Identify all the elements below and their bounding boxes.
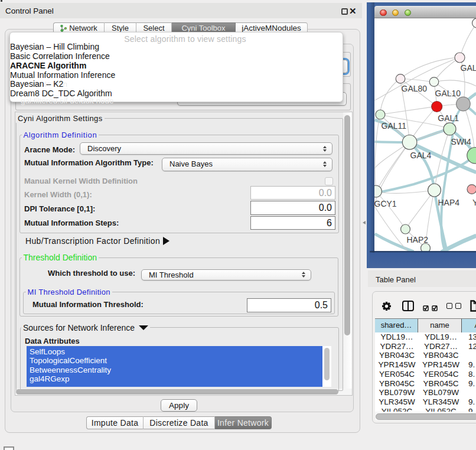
svg-text:GCY1: GCY1 bbox=[374, 199, 397, 208]
svg-text:SWI4: SWI4 bbox=[451, 137, 471, 146]
svg-text:GAL10: GAL10 bbox=[435, 89, 461, 98]
svg-text:GAL4: GAL4 bbox=[410, 151, 431, 160]
svg-text:GAL: GAL bbox=[460, 63, 476, 73]
svg-text:GAL11: GAL11 bbox=[381, 121, 406, 131]
svg-text:HAP4: HAP4 bbox=[438, 198, 459, 207]
svg-text:GAL1: GAL1 bbox=[438, 113, 459, 123]
svg-text:HAP2: HAP2 bbox=[406, 235, 428, 244]
svg-text:Y: Y bbox=[472, 198, 476, 207]
svg-text:GAL80: GAL80 bbox=[401, 84, 427, 93]
